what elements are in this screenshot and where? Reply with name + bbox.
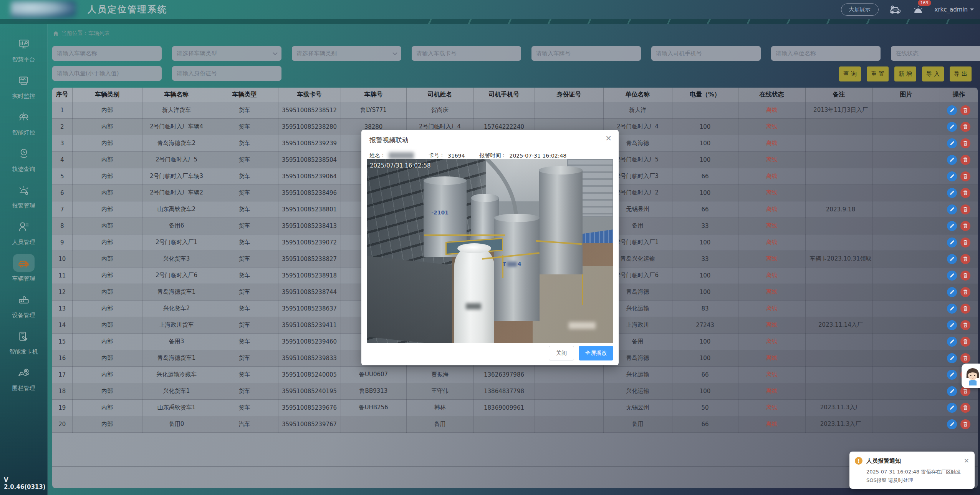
delete-button[interactable] bbox=[960, 271, 970, 281]
delete-button[interactable] bbox=[960, 138, 970, 148]
delete-button[interactable] bbox=[960, 304, 970, 314]
delete-button[interactable] bbox=[960, 204, 970, 214]
cell-pic bbox=[872, 416, 940, 432]
filter-input-2-1[interactable]: 请输入电量(小于输入值) bbox=[52, 66, 162, 81]
cell-type: 货车 bbox=[211, 102, 278, 118]
cell-remark: 2023.11.14入厂 bbox=[805, 317, 872, 333]
sidebar-item-7[interactable]: 车辆管理 bbox=[3, 254, 45, 291]
delete-button[interactable] bbox=[960, 171, 970, 181]
close-button[interactable]: 关闭 bbox=[549, 346, 574, 360]
edit-button[interactable] bbox=[947, 304, 957, 314]
cell-type: 货车 bbox=[211, 184, 278, 201]
cctv-video-frame[interactable]: -2101 T4 2025/07/31 16:02:58 bbox=[367, 159, 613, 343]
edit-button[interactable] bbox=[947, 337, 957, 347]
edit-button[interactable] bbox=[947, 221, 957, 231]
edit-button[interactable] bbox=[947, 386, 957, 396]
edit-button[interactable] bbox=[947, 238, 957, 248]
cell-type: 货车 bbox=[211, 366, 278, 383]
edit-button[interactable] bbox=[947, 254, 957, 264]
sidebar-item-4[interactable]: 轨迹查询 bbox=[3, 145, 45, 181]
edit-button[interactable] bbox=[947, 171, 957, 181]
close-icon[interactable]: ✕ bbox=[964, 458, 969, 464]
delete-button[interactable] bbox=[960, 403, 970, 413]
reset-button[interactable]: 重 置 bbox=[867, 66, 889, 81]
column-header: 车辆名称 bbox=[142, 88, 211, 102]
search-button[interactable]: 查 询 bbox=[839, 66, 861, 81]
placeholder-text: 请选择车辆类型 bbox=[177, 50, 273, 57]
edit-button[interactable] bbox=[947, 155, 957, 165]
delete-button[interactable] bbox=[960, 122, 970, 132]
cell-status: 离线 bbox=[738, 366, 805, 383]
user-menu[interactable]: xrkc_admin bbox=[935, 6, 974, 13]
chevron-down-icon bbox=[970, 8, 974, 11]
sidebar-item-9[interactable]: 智能发卡机 bbox=[3, 327, 45, 364]
filter-input-2-2[interactable]: 请输入身份证号 bbox=[172, 66, 281, 81]
filter-input-1-4[interactable]: 请输入车载卡号 bbox=[412, 46, 521, 61]
fullscreen-play-button[interactable]: 全屏播放 bbox=[579, 346, 613, 360]
sidebar-item-8[interactable]: 设备管理 bbox=[3, 291, 45, 327]
vehicle-monitor-icon[interactable] bbox=[889, 4, 902, 15]
filter-select-1-8[interactable]: 在线状态 bbox=[891, 46, 980, 61]
delete-button[interactable] bbox=[960, 221, 970, 231]
assistant-avatar[interactable] bbox=[962, 364, 980, 388]
delete-button[interactable] bbox=[960, 337, 970, 347]
sidebar-item-label: 人员管理 bbox=[12, 239, 35, 246]
edit-button[interactable] bbox=[947, 188, 957, 198]
edit-button[interactable] bbox=[947, 370, 957, 380]
edit-button[interactable] bbox=[947, 271, 957, 281]
sidebar-item-6[interactable]: 人员管理 bbox=[3, 218, 45, 254]
sidebar-item-1[interactable]: 智慧平台 bbox=[3, 35, 45, 71]
sidebar-item-2[interactable]: 实时监控 bbox=[3, 71, 45, 108]
edit-button[interactable] bbox=[947, 138, 957, 148]
delete-button[interactable] bbox=[960, 188, 970, 198]
toast-title: 人员报警通知 bbox=[866, 457, 960, 465]
edit-button[interactable] bbox=[947, 320, 957, 330]
cell-cat: 内部 bbox=[72, 151, 142, 168]
cell-remark bbox=[805, 118, 872, 135]
delete-button[interactable] bbox=[960, 238, 970, 248]
import-button[interactable]: 导 入 bbox=[922, 66, 944, 81]
add-button[interactable]: 新 增 bbox=[894, 66, 916, 81]
delete-button[interactable] bbox=[960, 353, 970, 363]
delete-button[interactable] bbox=[960, 287, 970, 297]
edit-button[interactable] bbox=[947, 287, 957, 297]
chevron-down-icon bbox=[392, 50, 397, 55]
filter-input-1-6[interactable]: 请输入司机手机号 bbox=[651, 46, 761, 61]
delete-button[interactable] bbox=[960, 155, 970, 165]
sidebar-item-10[interactable]: 围栏管理 bbox=[3, 364, 45, 400]
filter-input-1-1[interactable]: 请输入车辆名称 bbox=[52, 46, 162, 61]
alarm-bell-icon[interactable]: 163 bbox=[912, 4, 925, 15]
delete-button[interactable] bbox=[960, 254, 970, 264]
status-badge: 离线 bbox=[766, 239, 778, 246]
edit-button[interactable] bbox=[947, 122, 957, 132]
delete-button[interactable] bbox=[960, 320, 970, 330]
status-badge: 离线 bbox=[766, 106, 778, 113]
edit-button[interactable] bbox=[947, 105, 957, 115]
cell-plate: 鲁UU0607 bbox=[341, 366, 406, 383]
edit-button[interactable] bbox=[947, 419, 957, 429]
export-button[interactable]: 导 出 bbox=[950, 66, 972, 81]
filter-input-1-7[interactable]: 请输入单位名称 bbox=[771, 46, 881, 61]
edit-button[interactable] bbox=[947, 204, 957, 214]
edit-button[interactable] bbox=[947, 403, 957, 413]
filter-select-1-3[interactable]: 请选择车辆类别 bbox=[292, 46, 401, 61]
app-title: 人员定位管理系统 bbox=[88, 3, 167, 15]
sidebar-item-3[interactable]: 智能灯控 bbox=[3, 108, 45, 145]
cell-card: 359510085240195 bbox=[278, 383, 341, 399]
cell-pic bbox=[872, 366, 940, 383]
close-icon[interactable]: ✕ bbox=[605, 135, 612, 142]
cell-plate bbox=[341, 416, 406, 432]
cell-actions bbox=[940, 416, 978, 432]
big-screen-button[interactable]: 大屏展示 bbox=[841, 3, 879, 16]
cell-bat: 50 bbox=[672, 399, 738, 416]
cell-pic bbox=[872, 234, 940, 251]
edit-button[interactable] bbox=[947, 353, 957, 363]
delete-button[interactable] bbox=[960, 105, 970, 115]
cell-name: 备用0 bbox=[142, 416, 211, 432]
delete-button[interactable] bbox=[960, 419, 970, 429]
cell-seq: 4 bbox=[52, 151, 72, 168]
sidebar-item-5[interactable]: 报警管理 bbox=[3, 181, 45, 218]
platform-icon bbox=[13, 35, 35, 53]
filter-select-1-2[interactable]: 请选择车辆类型 bbox=[172, 46, 281, 61]
filter-input-1-5[interactable]: 请输入车牌号 bbox=[531, 46, 641, 61]
